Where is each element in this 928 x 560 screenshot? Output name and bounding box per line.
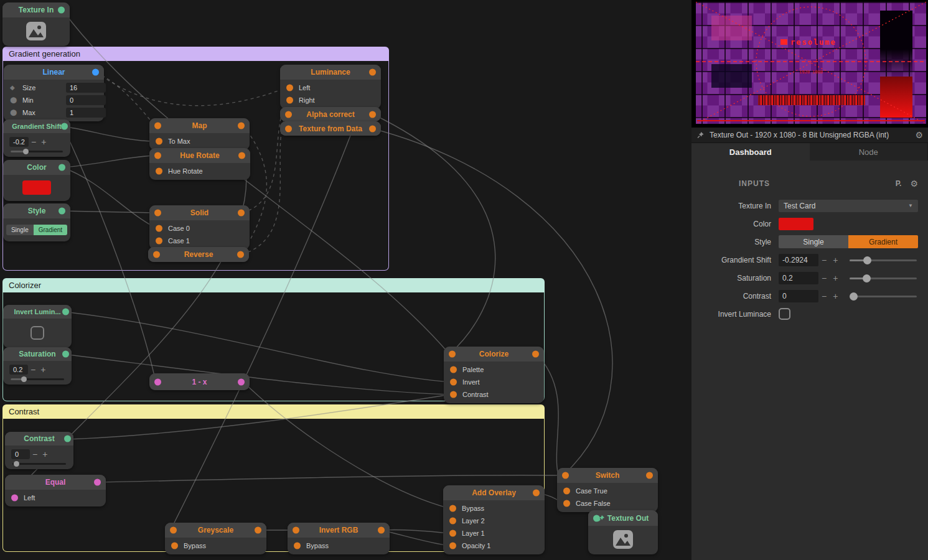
output-port[interactable] bbox=[255, 527, 261, 534]
input-port[interactable] bbox=[450, 379, 457, 386]
output-port[interactable] bbox=[59, 208, 65, 215]
node-add-overlay[interactable]: Add Overlay Bypass Layer 2 Layer 1 bbox=[443, 485, 545, 554]
output-port[interactable] bbox=[238, 152, 245, 159]
node-reverse[interactable]: Reverse bbox=[148, 247, 249, 262]
output-port[interactable] bbox=[92, 69, 99, 76]
node-canvas[interactable]: Gradient generation Colorizer Contrast bbox=[0, 0, 691, 560]
input-port[interactable] bbox=[156, 138, 162, 145]
node-map[interactable]: Map To Max bbox=[149, 118, 250, 150]
group-header[interactable]: Colorizer bbox=[2, 278, 545, 292]
input-port[interactable] bbox=[154, 210, 161, 217]
node-luminance[interactable]: Luminance Left Right bbox=[280, 65, 381, 109]
max-input[interactable]: 1 bbox=[66, 108, 106, 118]
saturation-slider[interactable] bbox=[850, 274, 917, 282]
input-port[interactable] bbox=[593, 515, 600, 521]
input-port[interactable] bbox=[154, 378, 161, 385]
slider-thumb[interactable] bbox=[863, 274, 871, 282]
node-equal[interactable]: Equal Left bbox=[5, 475, 106, 506]
input-port[interactable] bbox=[156, 238, 162, 245]
style-toggle[interactable]: Single Gradient bbox=[6, 225, 67, 235]
node-invert-luminance[interactable]: Invert Lumin... bbox=[3, 305, 72, 348]
input-port[interactable] bbox=[449, 505, 456, 512]
node-linear[interactable]: Linear ◆ Size 16 ⬤ Min 0 ⬤ Max 1 bbox=[4, 65, 104, 121]
input-port[interactable] bbox=[153, 251, 160, 258]
option-gradient[interactable]: Gradient bbox=[848, 235, 918, 248]
output-port[interactable] bbox=[378, 527, 385, 534]
option-single[interactable]: Single bbox=[6, 225, 34, 235]
node-texture-in[interactable]: Texture In bbox=[2, 2, 70, 46]
output-port[interactable] bbox=[646, 472, 653, 479]
input-port[interactable] bbox=[449, 543, 456, 549]
gear-icon[interactable]: ⚙ bbox=[910, 179, 918, 188]
output-port[interactable] bbox=[532, 351, 539, 358]
slider-thumb[interactable] bbox=[14, 461, 19, 467]
minus-button[interactable]: − bbox=[30, 450, 40, 459]
color-swatch[interactable] bbox=[22, 180, 51, 195]
output-port[interactable] bbox=[369, 125, 376, 132]
node-texture-from-data[interactable]: Texture from Data bbox=[280, 121, 381, 136]
input-port[interactable] bbox=[562, 472, 569, 479]
output-port[interactable] bbox=[238, 378, 245, 385]
output-port[interactable] bbox=[369, 111, 376, 118]
minus-button[interactable]: − bbox=[818, 273, 830, 283]
option-gradient[interactable]: Gradient bbox=[34, 225, 67, 235]
contrast-input[interactable]: 0 bbox=[11, 449, 30, 459]
input-port[interactable] bbox=[154, 152, 161, 159]
node-texture-out[interactable]: Texture Out bbox=[588, 510, 658, 554]
node-solid[interactable]: Solid Case 0 Case 1 bbox=[149, 205, 250, 250]
gradient-shift-input[interactable]: -0.2924 bbox=[779, 254, 818, 266]
slider-thumb[interactable] bbox=[850, 292, 858, 301]
output-port[interactable] bbox=[238, 123, 245, 129]
output-port[interactable] bbox=[62, 351, 69, 358]
output-port[interactable] bbox=[533, 490, 540, 497]
slider-thumb[interactable] bbox=[21, 376, 27, 382]
plus-button[interactable]: + bbox=[830, 273, 841, 283]
input-port[interactable] bbox=[563, 500, 570, 507]
plus-button[interactable]: + bbox=[40, 450, 50, 459]
node-invert-rgb[interactable]: Invert RGB Bypass bbox=[288, 523, 390, 554]
min-input[interactable]: 0 bbox=[66, 95, 106, 105]
node-gradient-shift[interactable]: Grandient Shift -0.2 − + bbox=[3, 119, 70, 157]
preset-icon[interactable]: P. bbox=[896, 179, 902, 188]
input-port[interactable] bbox=[170, 527, 177, 534]
input-port[interactable] bbox=[156, 225, 162, 232]
slider-thumb[interactable] bbox=[863, 256, 871, 264]
slider-thumb[interactable] bbox=[23, 149, 29, 154]
invert-luminance-checkbox[interactable] bbox=[30, 326, 44, 340]
contrast-slider[interactable] bbox=[12, 460, 66, 467]
node-colorize[interactable]: Colorize Palette Invert Contrast bbox=[444, 347, 544, 403]
input-port[interactable] bbox=[286, 85, 293, 91]
tab-node[interactable]: Node bbox=[810, 143, 928, 161]
node-switch[interactable]: Switch Case True Case False bbox=[557, 468, 658, 512]
minus-button[interactable]: − bbox=[28, 365, 38, 374]
group-header[interactable]: Contrast bbox=[2, 404, 545, 419]
node-style[interactable]: Style Single Gradient bbox=[3, 203, 70, 241]
style-segmented-control[interactable]: Single Gradient bbox=[779, 235, 918, 248]
input-port[interactable] bbox=[285, 111, 292, 118]
invert-luminance-checkbox[interactable] bbox=[779, 308, 790, 320]
node-one-minus-x[interactable]: 1 - x bbox=[149, 373, 250, 390]
color-swatch[interactable] bbox=[779, 218, 813, 230]
plus-button[interactable]: + bbox=[830, 255, 841, 265]
output-port[interactable] bbox=[61, 123, 68, 130]
plus-button[interactable]: + bbox=[38, 365, 48, 374]
gradient-shift-slider[interactable] bbox=[850, 256, 917, 264]
contrast-input[interactable]: 0 bbox=[779, 290, 818, 302]
shift-input[interactable]: -0.2 bbox=[9, 137, 29, 147]
output-port[interactable] bbox=[237, 251, 244, 258]
texture-in-dropdown[interactable]: Test Card ▼ bbox=[779, 200, 918, 212]
input-port[interactable] bbox=[156, 168, 162, 175]
node-greyscale[interactable]: Greyscale Bypass bbox=[165, 523, 266, 554]
output-port[interactable] bbox=[62, 309, 69, 315]
input-port[interactable] bbox=[450, 366, 457, 373]
node-contrast[interactable]: Contrast 0 − + bbox=[5, 432, 73, 469]
node-alpha-correct[interactable]: Alpha correct bbox=[280, 107, 381, 121]
input-port[interactable] bbox=[286, 97, 293, 104]
input-port[interactable] bbox=[11, 495, 18, 502]
output-port[interactable] bbox=[59, 164, 65, 171]
shift-slider[interactable] bbox=[11, 148, 63, 154]
output-port[interactable] bbox=[64, 436, 71, 442]
input-port[interactable] bbox=[450, 391, 457, 398]
input-port[interactable] bbox=[449, 530, 456, 537]
input-port[interactable] bbox=[449, 518, 456, 525]
